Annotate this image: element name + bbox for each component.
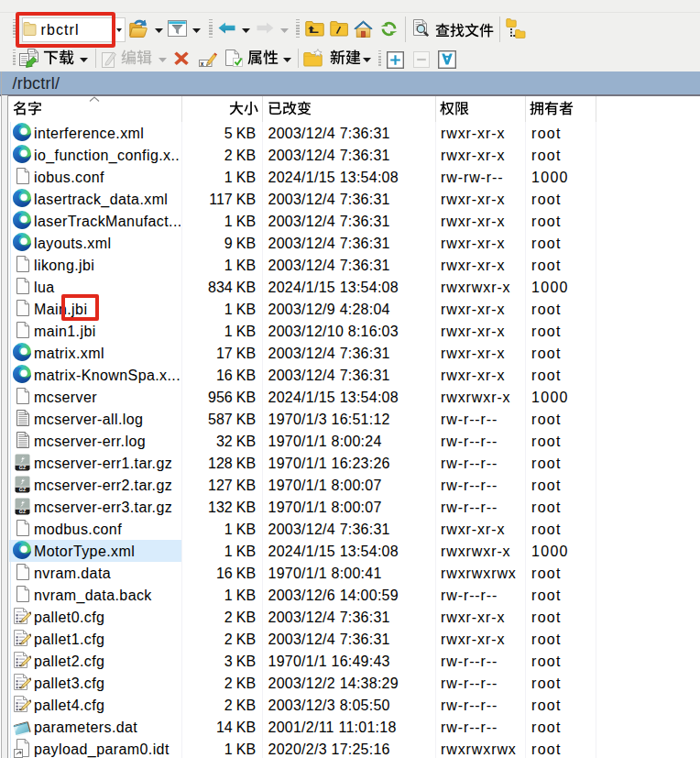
svg-text:GZ: GZ <box>19 509 27 514</box>
svg-text:GZ: GZ <box>19 465 27 470</box>
svg-text:GZ: GZ <box>19 487 27 492</box>
svg-text:x: x <box>200 60 203 67</box>
